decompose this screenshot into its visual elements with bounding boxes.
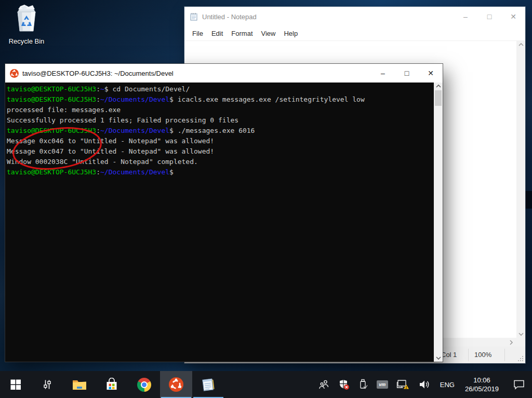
terminal-window-title: taviso@DESKTOP-6UCJ5H3: ~/Documents/Deve… xyxy=(22,70,371,77)
notepad-scroll-corner xyxy=(516,338,525,347)
terminal-scrollbar[interactable] xyxy=(434,83,443,362)
terminal-close-button[interactable]: ✕ xyxy=(419,64,443,83)
notepad-maximize-button[interactable]: □ xyxy=(477,7,501,26)
scroll-up-icon[interactable] xyxy=(435,84,442,88)
terminal-line: Window 0002038C "Untitled - Notepad" com… xyxy=(7,157,434,167)
taskbar-file-explorer[interactable] xyxy=(63,371,96,398)
taskbar: vm ENG 10:06 xyxy=(0,371,532,398)
statusbar-zoom-level: 100% xyxy=(474,351,491,359)
terminal-minimize-button[interactable]: – xyxy=(371,64,395,83)
notepad-menubar: FileEditFormatViewHelp xyxy=(184,26,525,41)
notepad-window-controls: – □ ✕ xyxy=(454,7,525,26)
tray-people[interactable] xyxy=(314,371,334,398)
statusbar-divider xyxy=(504,349,505,361)
clock-time: 10:06 xyxy=(465,376,499,385)
taskbar-notepad[interactable] xyxy=(192,371,224,398)
terminal-maximize-button[interactable]: □ xyxy=(395,64,419,83)
notepad-vertical-scrollbar[interactable] xyxy=(516,41,525,338)
vmware-icon: vm xyxy=(377,380,388,389)
menu-format[interactable]: Format xyxy=(227,30,257,37)
language-indicator[interactable]: ENG xyxy=(435,381,460,389)
statusbar-divider xyxy=(468,349,469,361)
scroll-down-icon[interactable] xyxy=(518,332,524,336)
tray-defender[interactable] xyxy=(334,371,354,398)
menu-view[interactable]: View xyxy=(257,30,280,37)
notepad-taskbar-icon xyxy=(201,377,216,392)
wallpaper-dark-patch xyxy=(525,191,532,209)
volume-icon xyxy=(418,379,431,390)
notepad-app-icon xyxy=(190,12,198,21)
action-center-icon xyxy=(513,379,525,390)
tray-network[interactable] xyxy=(392,371,414,398)
scroll-down-icon[interactable] xyxy=(435,356,442,360)
terminal-titlebar[interactable]: taviso@DESKTOP-6UCJ5H3: ~/Documents/Deve… xyxy=(5,64,443,83)
system-tray: vm ENG 10:06 xyxy=(314,371,532,398)
menu-help[interactable]: Help xyxy=(280,30,302,37)
resize-grip[interactable] xyxy=(517,355,524,362)
recycle-bin-icon xyxy=(13,4,40,33)
windows-defender-alert-icon xyxy=(338,379,350,390)
terminal-line: taviso@DESKTOP-6UCJ5H3:~/Documents/Devel… xyxy=(7,94,434,105)
statusbar-cursor-position: Col 1 xyxy=(441,351,457,359)
terminal-line: Message 0xc047 to "Untitled - Notepad" w… xyxy=(7,146,434,157)
menu-edit[interactable]: Edit xyxy=(207,30,227,37)
action-center-button[interactable] xyxy=(504,371,532,398)
taskbar-ubuntu-terminal[interactable] xyxy=(160,371,192,398)
notepad-titlebar[interactable]: Untitled - Notepad – □ ✕ xyxy=(184,7,525,26)
terminal-window-controls: – □ ✕ xyxy=(371,64,443,83)
clock-date: 26/05/2019 xyxy=(465,385,499,393)
chrome-icon xyxy=(137,378,151,392)
task-view-icon xyxy=(41,378,54,391)
ubuntu-icon xyxy=(168,377,184,392)
taskbar-chrome[interactable] xyxy=(128,371,160,398)
notepad-close-button[interactable]: ✕ xyxy=(501,7,525,26)
recycle-bin-shortcut[interactable]: Recycle Bin xyxy=(6,4,47,45)
terminal-line: taviso@DESKTOP-6UCJ5H3:~$ cd Documents/D… xyxy=(7,84,434,94)
tray-vmware[interactable]: vm xyxy=(373,371,392,398)
scroll-right-icon[interactable] xyxy=(509,339,513,346)
recycle-bin-label: Recycle Bin xyxy=(6,37,47,45)
clock[interactable]: 10:06 26/05/2019 xyxy=(460,376,504,393)
file-explorer-icon xyxy=(72,378,87,391)
people-icon xyxy=(318,379,330,390)
terminal-line: taviso@DESKTOP-6UCJ5H3:~/Documents/Devel… xyxy=(7,167,434,177)
microsoft-store-icon xyxy=(105,378,118,391)
terminal-line: Successfully processed 1 files; Failed p… xyxy=(7,115,434,126)
network-warning-icon xyxy=(396,379,410,390)
scrollbar-thumb[interactable] xyxy=(435,90,442,106)
ubuntu-icon xyxy=(10,69,19,78)
notepad-minimize-button[interactable]: – xyxy=(454,7,477,26)
taskbar-microsoft-store[interactable] xyxy=(96,371,128,398)
tray-usb[interactable] xyxy=(354,371,373,398)
notepad-window-title: Untitled - Notepad xyxy=(202,13,454,21)
terminal-line: Message 0xc046 to "Untitled - Notepad" w… xyxy=(7,136,434,146)
terminal-window: taviso@DESKTOP-6UCJ5H3: ~/Documents/Deve… xyxy=(5,64,443,362)
terminal-line: processed file: messages.exe xyxy=(7,105,434,115)
menu-file[interactable]: File xyxy=(188,30,207,37)
windows-logo-icon xyxy=(9,378,22,391)
terminal-line: taviso@DESKTOP-6UCJ5H3:~/Documents/Devel… xyxy=(7,126,434,136)
tray-volume[interactable] xyxy=(414,371,435,398)
scroll-up-icon[interactable] xyxy=(518,43,524,47)
start-button[interactable] xyxy=(0,371,31,398)
task-view-button[interactable] xyxy=(31,371,63,398)
terminal-body: taviso@DESKTOP-6UCJ5H3:~$ cd Documents/D… xyxy=(5,83,443,362)
usb-device-icon xyxy=(358,379,368,390)
terminal-output[interactable]: taviso@DESKTOP-6UCJ5H3:~$ cd Documents/D… xyxy=(5,83,434,362)
